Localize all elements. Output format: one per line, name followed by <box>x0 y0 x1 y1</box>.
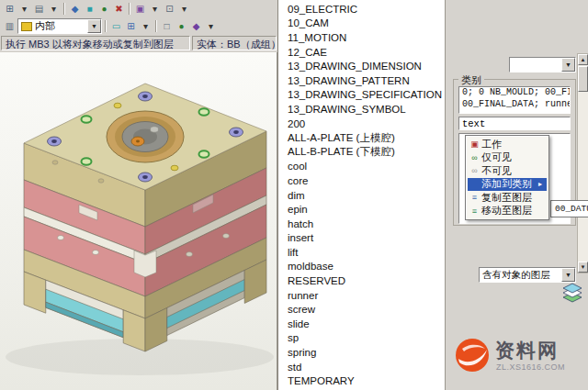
layer-list-item[interactable]: 13_DRAWING_PATTERN <box>278 73 445 88</box>
toolbar-icon[interactable]: ⊞ <box>3 2 17 16</box>
toolbar-icon[interactable]: ▾ <box>177 2 191 16</box>
layer-list-item[interactable]: insert <box>278 231 445 246</box>
category-value-row[interactable]: 0; 0 NB_MOULD; 00_FINAL <box>459 87 570 99</box>
toolbar-icon[interactable]: ▤ <box>32 2 46 16</box>
layer-settings-panel: ▼ 类别 0; 0 NB_MOULD; 00_FINAL00_FINAL_DAT… <box>445 0 588 390</box>
toolbar-icon[interactable] <box>129 3 130 15</box>
layer-list-item[interactable]: epin <box>278 202 445 217</box>
category-value-listbox[interactable]: 0; 0 NB_MOULD; 00_FINAL00_FINAL_DATA; ru… <box>458 86 571 114</box>
layer-list-item[interactable]: 13_DRAWING_SYMBOL <box>278 102 445 117</box>
layer-list-item[interactable]: 10_CAM <box>278 17 445 31</box>
layer-list-item[interactable]: 13_DRAWING_DIMENSION <box>278 59 445 73</box>
menu-item-label: 不可见 <box>481 164 512 178</box>
watermark-brand: 资料网 <box>495 338 559 363</box>
category-value-row[interactable]: 00_FINAL_DATA; runner; <box>459 99 570 111</box>
category-text-input[interactable] <box>458 117 571 130</box>
scroll-up-icon[interactable]: ▲ <box>578 54 588 65</box>
scrollbar-thumb[interactable] <box>578 66 588 92</box>
toolbar-icon[interactable]: ⊡ <box>163 2 176 16</box>
chevron-down-icon[interactable]: ▼ <box>87 19 101 33</box>
toolbar-icon[interactable]: ▾ <box>139 19 153 33</box>
layer-list-item[interactable]: slide <box>278 317 445 331</box>
layer-list-item[interactable]: lift <box>278 245 445 260</box>
layer-list-item[interactable]: std <box>278 360 445 374</box>
layer-list-item[interactable]: 13_DRAWING_SPECIFICATION <box>278 88 445 103</box>
toolbar-icon[interactable]: ▭ <box>109 19 123 33</box>
layer-list-item[interactable]: cool <box>278 160 445 174</box>
status-bar: 执行 MB3 以将对象移动或复制到图层 实体：BB（成组） <box>0 36 277 52</box>
layer-context-menu: ▣ 工作 ∞ 仅可见 ∞ 不可见 添加到类别 ≡ 复制至图层 ≡ <box>465 135 549 220</box>
layer-list-item[interactable]: runner <box>278 288 445 303</box>
watermark-logo-icon <box>453 336 492 374</box>
menu-item-label: 复制至图层 <box>481 191 532 205</box>
toolbar-icon[interactable]: ● <box>97 2 111 16</box>
context-menu-item[interactable]: ▣ 工作 <box>468 138 547 151</box>
toolbar-icon[interactable] <box>63 3 65 15</box>
context-menu-item[interactable]: ∞ 仅可见 <box>468 151 547 165</box>
menu-item-label: 添加到类别 <box>481 177 532 191</box>
layers-combobox-value: 含有对象的图层 <box>480 269 561 282</box>
toolbar-icon[interactable]: ▾ <box>17 2 31 16</box>
app-window: { "icons": { "caret_down": "▼", "scroll_… <box>0 0 588 390</box>
toolbar-icon[interactable]: ◆ <box>68 2 82 16</box>
category-group-label: 类别 <box>458 73 484 87</box>
watermark-url: ZL.XS1616.COM <box>496 362 565 372</box>
layer-list-item[interactable]: moldbase <box>278 260 445 274</box>
chevron-down-icon[interactable]: ▼ <box>561 58 575 72</box>
panel-scrollbar[interactable]: ▲ ▼ <box>577 53 588 273</box>
watermark: 资料网 ZL.XS1616.COM <box>449 330 587 384</box>
context-menu-item[interactable]: ≡ 移动至图层 <box>468 205 547 218</box>
context-menu-item[interactable]: ∞ 不可见 <box>468 164 547 178</box>
menu-item-icon: ∞ <box>468 166 481 175</box>
menu-item-icon: ∞ <box>468 153 481 162</box>
mold-model[interactable] <box>0 52 277 390</box>
submenu-arrow-icon <box>538 180 547 188</box>
toolbar-icon[interactable]: ▥ <box>3 19 17 33</box>
add-to-category-submenu[interactable]: 00_DATUM <box>550 200 588 217</box>
toolbar-icon[interactable]: ■ <box>83 2 96 16</box>
layer-list-item[interactable]: 11_MOTION <box>278 30 445 45</box>
context-menu-item[interactable]: ≡ 复制至图层 <box>468 191 547 205</box>
selection-scope-value: 内部 <box>35 19 87 33</box>
toolbar-icon[interactable]: ▣ <box>133 2 147 16</box>
menu-item-label: 工作 <box>481 138 502 151</box>
toolbar-row-2: ▥ 内部 ▼ ▭⊞▾□●◆▾ <box>3 18 218 34</box>
toolbar-icon[interactable]: ● <box>175 19 188 33</box>
menu-item-label: 移动至图层 <box>481 204 532 217</box>
3d-viewport[interactable] <box>0 52 277 390</box>
toolbar-icon[interactable]: ▾ <box>204 19 218 33</box>
layer-list-item[interactable]: ALL-A-PLATE (上模腔) <box>278 130 445 145</box>
layer-list-item[interactable]: TEMPORARY <box>278 373 445 388</box>
layer-stack-button[interactable] <box>560 280 585 306</box>
scope-folder-icon <box>21 22 32 31</box>
toolbar-icon[interactable]: ◆ <box>189 19 203 33</box>
filter-combobox[interactable]: ▼ <box>509 57 576 72</box>
toolbar-row-1: ⊞▾▤▾◆■●✖▣▾⊡▾ <box>3 1 191 17</box>
toolbar-icon[interactable] <box>105 20 107 32</box>
menu-item-label: 仅可见 <box>481 150 512 164</box>
menu-item-icon: ≡ <box>468 193 481 202</box>
layer-list-item[interactable]: core <box>278 173 445 188</box>
scroll-down-icon[interactable]: ▼ <box>578 262 588 273</box>
layer-list-item[interactable]: dim <box>278 188 445 203</box>
selection-scope-combobox[interactable]: 内部 ▼ <box>17 18 102 34</box>
layer-list-item[interactable]: sp <box>278 331 445 346</box>
toolbar-icon[interactable]: ▾ <box>47 2 61 16</box>
status-prompt: 执行 MB3 以将对象移动或复制到图层 <box>1 36 190 50</box>
layer-category-list: 09_ELECTRIC10_CAM11_MOTION12_CAE13_DRAWI… <box>277 0 445 390</box>
toolbar-icon[interactable]: ▾ <box>148 2 162 16</box>
layer-list-item[interactable]: screw <box>278 302 445 317</box>
layer-list-item[interactable]: 12_CAE <box>278 45 445 60</box>
layer-list-item[interactable]: 200 <box>278 117 445 131</box>
layer-list-item[interactable]: 09_ELECTRIC <box>278 2 445 17</box>
toolbar-icon[interactable]: □ <box>160 19 174 33</box>
toolbar-icon[interactable]: ⊞ <box>124 19 138 33</box>
layer-list-item[interactable]: spring <box>278 345 445 360</box>
toolbar-icon[interactable] <box>155 20 157 32</box>
layer-list-item[interactable]: hatch <box>278 217 445 231</box>
context-menu-item[interactable]: 添加到类别 <box>468 178 547 192</box>
layer-list-item[interactable]: ALL-B-PLATE (下模腔) <box>278 145 445 160</box>
menu-item-icon: ≡ <box>468 206 481 216</box>
toolbar-icon[interactable]: ✖ <box>112 2 126 16</box>
layer-list-item[interactable]: RESERVED <box>278 273 445 288</box>
